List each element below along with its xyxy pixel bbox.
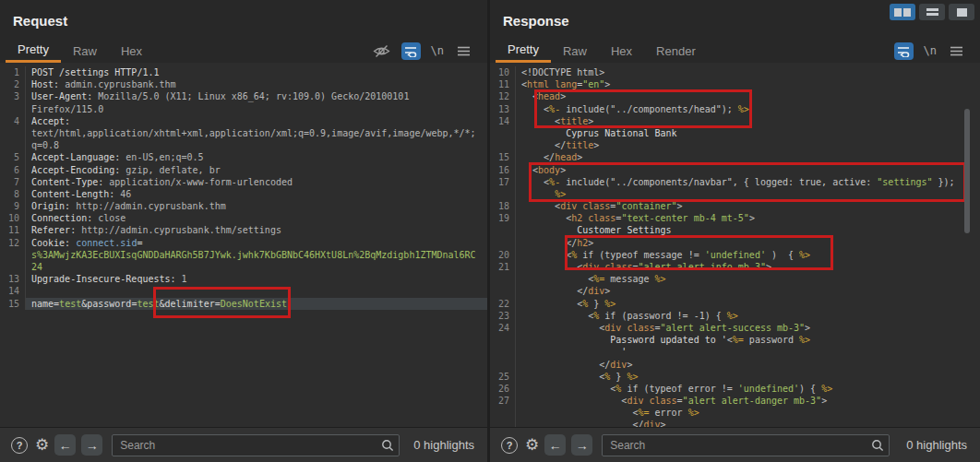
code-line: 13Upgrade-Insecure-Requests: 1 — [0, 273, 487, 285]
soft-wrap-icon[interactable] — [401, 42, 421, 60]
editor-menu-icon[interactable] — [947, 42, 965, 59]
show-newlines-icon[interactable]: \n — [924, 44, 937, 57]
code-line: 1POST /settings HTTP/1.1 — [0, 66, 487, 78]
tab-response-raw[interactable]: Raw — [551, 39, 599, 63]
response-search-input[interactable] — [602, 434, 890, 456]
code-line: 18 <div class="container"> — [490, 200, 980, 212]
request-panel-title: Request — [13, 13, 67, 29]
code-line: 4Accept: — [0, 115, 487, 127]
code-line: Customer Settings — [490, 224, 980, 236]
editor-menu-icon[interactable] — [454, 42, 472, 59]
code-line: 10Connection: close — [0, 212, 487, 224]
code-line: 23 <% if (password != -1) { %> — [490, 310, 980, 322]
request-toolbar: \n — [373, 39, 487, 63]
show-newlines-icon[interactable]: \n — [431, 44, 444, 57]
code-line: 8Content-Length: 46 — [0, 188, 487, 200]
help-icon[interactable]: ? — [501, 437, 518, 454]
response-panel-title: Response — [503, 13, 569, 29]
tab-request-hex[interactable]: Hex — [109, 39, 154, 63]
code-line: </div> — [490, 419, 980, 427]
response-tabbar: Pretty Raw Hex Render \n — [490, 39, 980, 64]
columns-view-button[interactable] — [890, 4, 915, 20]
rows-view-button[interactable] — [919, 4, 945, 20]
code-line: 11Referer: http://admin.cyprusbank.thm/s… — [0, 224, 487, 236]
code-line: 12Cookie: connect.sid= — [0, 237, 487, 249]
code-line: Password updated to '<%= password %> — [490, 334, 980, 346]
code-line: 15 </head> — [490, 151, 980, 163]
code-line: 17 <%- include("../components/navbar", {… — [490, 176, 980, 188]
code-line: 10<!DOCTYPE html> — [490, 66, 980, 78]
response-highlight-count: 0 highlights — [906, 438, 969, 452]
response-toolbar: \n — [894, 39, 980, 63]
request-search-bar: ? ⚙ ← → 0 highlights — [0, 427, 487, 462]
view-layout-controls — [890, 4, 974, 20]
response-scrollbar-thumb[interactable] — [964, 109, 970, 233]
tab-response-render[interactable]: Render — [644, 39, 708, 63]
response-viewer[interactable]: 10<!DOCTYPE html>11<html lang="en">12 <h… — [490, 63, 980, 427]
help-icon[interactable]: ? — [11, 437, 28, 454]
code-line: 5Accept-Language: en-US,en;q=0.5 — [0, 151, 487, 163]
code-line: 21 <div class="alert alert-info mb-3"> — [490, 261, 980, 273]
request-editor[interactable]: 1POST /settings HTTP/1.12Host: admin.cyp… — [0, 63, 487, 427]
code-line: ' — [490, 346, 980, 358]
code-line: Firefox/115.0 — [0, 103, 487, 115]
code-line: </title> — [490, 139, 980, 151]
code-line: s%3AMwjzKA3EcBUXIsqGNDDaHARGh5B7JYwk.jwh… — [0, 249, 487, 261]
code-line: </div> — [490, 285, 980, 297]
request-panel: Request Pretty Raw Hex — [0, 0, 487, 462]
response-search-bar: ? ⚙ ← → 0 highlights — [490, 427, 980, 462]
request-tabbar: Pretty Raw Hex — [0, 39, 487, 64]
request-search-input[interactable] — [112, 434, 400, 456]
tab-request-pretty[interactable]: Pretty — [6, 39, 61, 63]
soft-wrap-icon[interactable] — [894, 42, 914, 60]
search-settings-gear-icon[interactable]: ⚙ — [35, 437, 49, 453]
code-line: 22 <% } %> — [490, 298, 980, 310]
next-match-button[interactable]: → — [571, 434, 592, 456]
hide-nonprintable-icon[interactable] — [373, 42, 391, 59]
code-line: <%= message %> — [490, 273, 980, 285]
code-line: 24 <div class="alert alert-success mb-3"… — [490, 322, 980, 334]
code-line: 6Accept-Encoding: gzip, deflate, br — [0, 164, 487, 176]
code-line: %> — [490, 188, 980, 200]
message-editor-window: Request Pretty Raw Hex — [0, 0, 980, 462]
code-line: 16 <body> — [490, 164, 980, 176]
tab-response-pretty[interactable]: Pretty — [496, 39, 551, 63]
code-line: 14 <title> — [490, 115, 980, 127]
code-line: 26 <% if (typeof error != 'undefined') {… — [490, 383, 980, 395]
next-match-button[interactable]: → — [81, 434, 102, 456]
code-line: 27 <div class="alert alert-danger mb-3"> — [490, 395, 980, 407]
search-icon — [871, 439, 884, 456]
tab-response-hex[interactable]: Hex — [599, 39, 644, 63]
code-line: 12 <head> — [490, 90, 980, 102]
code-line: 11<html lang="en"> — [490, 78, 980, 90]
code-line: </div> — [490, 359, 980, 371]
code-line: </h2> — [490, 237, 980, 249]
code-line: 15name=test&password=test&delimiter=Does… — [0, 298, 487, 310]
code-line: <%= error %> — [490, 407, 980, 419]
code-line: 13 <%- include("../components/head"); %> — [490, 103, 980, 115]
code-line: text/html,application/xhtml+xml,applicat… — [0, 127, 487, 139]
code-line: 25 <% } %> — [490, 371, 980, 383]
response-panel: Response Pretty Raw Hex Render \n — [490, 0, 980, 462]
code-line: 2Host: admin.cyprusbank.thm — [0, 78, 487, 90]
code-line: 14 — [0, 285, 487, 297]
request-highlight-count: 0 highlights — [413, 438, 476, 452]
code-line: 7Content-Type: application/x-www-form-ur… — [0, 176, 487, 188]
code-line: 19 <h2 class="text-center mb-4 mt-5"> — [490, 212, 980, 224]
code-line: 9Origin: http://admin.cyprusbank.thm — [0, 200, 487, 212]
code-line: Cyprus National Bank — [490, 127, 980, 139]
previous-match-button[interactable]: ← — [54, 434, 76, 456]
code-line: 3User-Agent: Mozilla/5.0 (X11; Linux x86… — [0, 90, 487, 102]
search-icon — [381, 439, 394, 456]
single-view-button[interactable] — [949, 4, 974, 20]
previous-match-button[interactable]: ← — [544, 434, 566, 456]
search-settings-gear-icon[interactable]: ⚙ — [525, 437, 539, 453]
tab-request-raw[interactable]: Raw — [61, 39, 109, 63]
code-line: 24 — [0, 261, 487, 273]
code-line: q=0.8 — [0, 139, 487, 151]
code-line: 20 <% if (typeof message != 'undefined' … — [490, 249, 980, 261]
